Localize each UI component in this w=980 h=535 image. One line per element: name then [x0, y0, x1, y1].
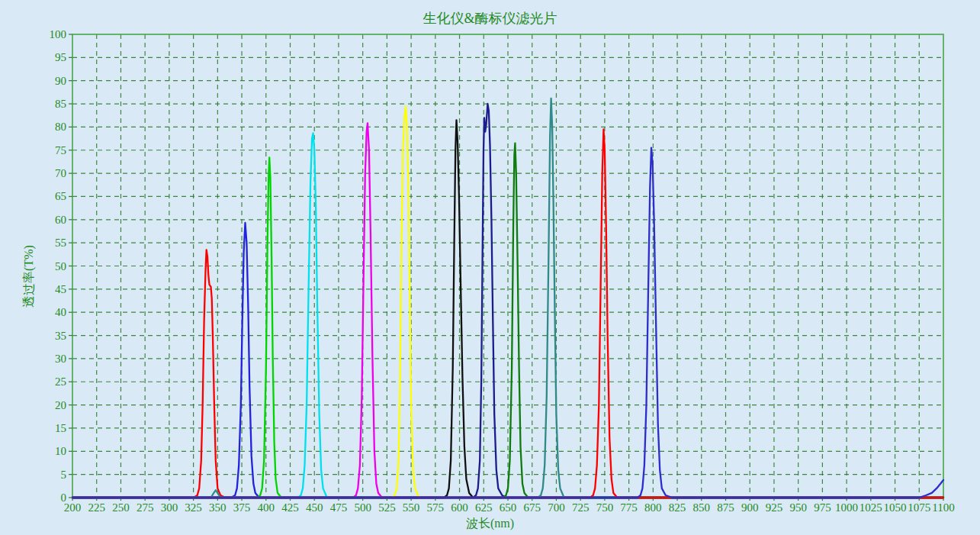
x-tick-label: 600 [451, 501, 468, 514]
x-tick-label: 775 [620, 501, 638, 514]
y-tick-label: 30 [55, 353, 66, 365]
x-tick-label: 550 [403, 501, 420, 514]
x-tick-label: 400 [258, 501, 275, 514]
y-tick-label: 55 [55, 237, 66, 249]
x-tick-label: 800 [644, 501, 662, 514]
y-tick-label: 75 [55, 144, 66, 156]
y-tick-label: 10 [55, 445, 66, 457]
y-tick-label: 20 [55, 399, 66, 411]
y-tick-label: 35 [55, 330, 66, 342]
x-tick-label: 900 [741, 501, 759, 514]
y-tick-label: 60 [55, 214, 66, 226]
x-tick-label: 675 [523, 501, 541, 514]
y-tick-label: 45 [55, 283, 66, 295]
x-tick-label: 250 [112, 501, 130, 514]
x-tick-label: 225 [88, 501, 105, 514]
x-tick-label: 750 [596, 501, 614, 514]
x-tick-label: 275 [137, 501, 154, 514]
x-tick-label: 500 [354, 501, 371, 514]
x-tick-label: 725 [572, 501, 590, 514]
x-tick-label: 350 [209, 501, 227, 514]
x-tick-label: 825 [669, 501, 686, 514]
x-tick-label: 975 [814, 501, 831, 514]
filter-spectra-chart: 0510152025303540455055606570758085909510… [0, 0, 980, 535]
x-tick-label: 375 [233, 501, 251, 514]
y-tick-label: 100 [50, 28, 67, 40]
x-tick-label: 850 [693, 501, 711, 514]
x-tick-label: 1025 [860, 501, 882, 514]
y-tick-label: 15 [55, 422, 66, 434]
x-tick-label: 925 [766, 501, 783, 514]
y-tick-label: 65 [55, 190, 66, 202]
chart-title: 生化仪&酶标仪滤光片 [0, 9, 980, 27]
y-tick-label: 85 [55, 98, 66, 110]
x-tick-label: 300 [161, 501, 178, 514]
x-tick-label: 875 [717, 501, 734, 514]
x-tick-label: 575 [427, 501, 445, 514]
x-tick-label: 1000 [835, 501, 858, 514]
x-tick-label: 1075 [908, 501, 930, 514]
x-tick-label: 475 [330, 501, 348, 514]
y-tick-label: 50 [55, 260, 66, 272]
chart-page: 0510152025303540455055606570758085909510… [0, 0, 980, 535]
y-axis-title: 透过率(T%) [21, 245, 37, 308]
x-tick-label: 200 [64, 501, 82, 514]
x-tick-label: 700 [548, 501, 565, 514]
x-tick-label: 450 [306, 501, 323, 514]
x-tick-label: 1100 [932, 501, 954, 514]
y-tick-label: 25 [55, 375, 66, 388]
y-tick-label: 5 [61, 469, 67, 481]
x-tick-label: 625 [475, 501, 493, 514]
y-tick-label: 95 [55, 51, 66, 63]
y-tick-label: 80 [55, 121, 66, 133]
x-tick-label: 650 [500, 501, 517, 514]
x-tick-label: 525 [378, 501, 396, 514]
y-tick-label: 70 [55, 167, 66, 179]
x-axis-title: 波长(nm) [0, 516, 980, 532]
y-tick-label: 40 [55, 306, 66, 318]
y-tick-label: 90 [55, 75, 66, 87]
x-tick-label: 325 [185, 501, 202, 514]
x-tick-label: 950 [789, 501, 807, 514]
x-tick-label: 425 [281, 501, 299, 514]
x-tick-label: 1050 [884, 501, 907, 514]
